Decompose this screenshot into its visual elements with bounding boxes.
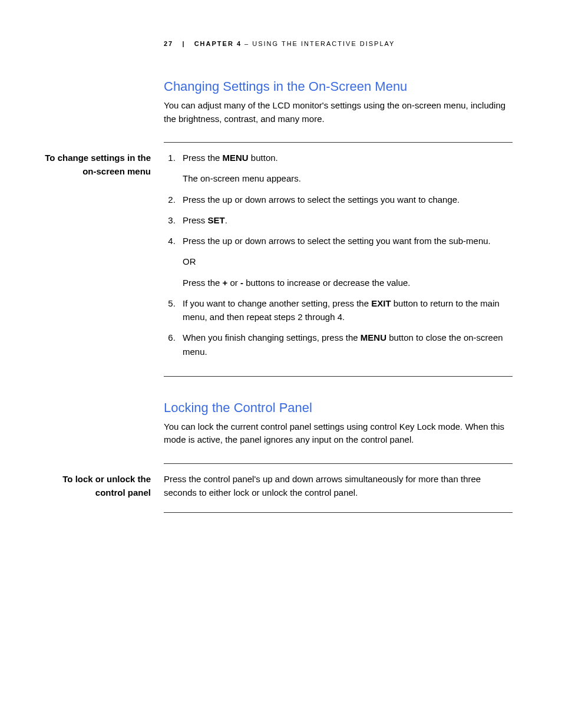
section-divider	[164, 142, 513, 143]
step-4-or: OR	[183, 255, 513, 268]
page-header: 27 | CHAPTER 4 – USING THE INTERACTIVE D…	[164, 40, 513, 47]
section-end-divider	[164, 376, 513, 377]
section2-intro: You can lock the current control panel s…	[164, 420, 513, 447]
section-title-locking: Locking the Control Panel	[164, 400, 513, 416]
step-4-alt: Press the + or - buttons to increase or …	[183, 276, 513, 289]
section-divider-2	[164, 463, 513, 464]
step-1-sub: The on-screen menu appears.	[183, 172, 513, 185]
step-6: When you finish changing settings, press…	[178, 331, 513, 358]
step-5: If you want to change another setting, p…	[178, 297, 513, 324]
sidenote-lock-panel: To lock or unlock the control panel	[35, 472, 164, 500]
lock-panel-body: Press the control panel's up and down ar…	[164, 472, 513, 500]
step-3: Press SET.	[178, 213, 513, 227]
step-2: Press the up or down arrows to select th…	[178, 193, 513, 206]
chapter-tail: – USING THE INTERACTIVE DISPLAY	[242, 40, 395, 47]
sidenote-change-settings: To change settings in the on-screen menu	[35, 151, 164, 365]
page-number: 27	[164, 40, 173, 47]
header-separator: |	[182, 40, 185, 47]
section-title-changing-settings: Changing Settings in the On-Screen Menu	[164, 79, 513, 94]
step-1: Press the MENU button. The on-screen men…	[178, 151, 513, 186]
chapter-label: CHAPTER 4	[194, 40, 242, 47]
steps-list: Press the MENU button. The on-screen men…	[164, 151, 513, 358]
step-4: Press the up or down arrows to select th…	[178, 234, 513, 289]
section1-intro: You can adjust many of the LCD monitor's…	[164, 99, 513, 126]
section-end-divider-2	[164, 512, 513, 513]
